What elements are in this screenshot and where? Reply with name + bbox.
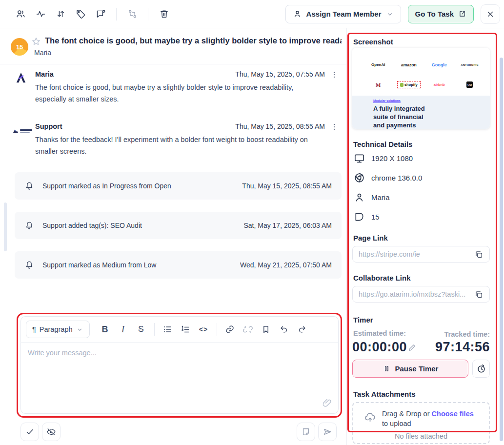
notes-button[interactable] — [297, 423, 315, 441]
undo-icon — [279, 324, 289, 334]
redo-icon — [297, 324, 307, 334]
user-value: Maria — [371, 193, 390, 202]
send-icon — [323, 427, 332, 437]
kebab-menu-icon — [330, 70, 339, 79]
resolve-button[interactable] — [20, 423, 39, 441]
external-link-icon — [458, 10, 466, 18]
delete-task-button[interactable] — [156, 6, 172, 22]
copy-icon — [474, 250, 484, 259]
task-title: The font choice is good, but maybe try a… — [45, 36, 342, 45]
eye-off-icon — [46, 427, 56, 437]
bullet-list-icon — [162, 324, 172, 334]
message-input[interactable]: Write your message... — [21, 343, 338, 414]
collaborate-link-title: Collaborate Link — [353, 274, 411, 282]
technical-details-title: Technical Details — [353, 140, 412, 148]
choose-files-link[interactable]: Choose files — [432, 410, 474, 418]
edit-estimated-time-button[interactable] — [407, 343, 417, 352]
activity-timestamp: Sat, May 17, 2025, 06:03 AM — [243, 222, 332, 229]
tracked-time-value: 97:14:56 — [435, 340, 490, 355]
screenshot-preview[interactable]: OpenAI amazon Google ANTHROPIC M shopify… — [352, 48, 490, 129]
merge-tasks-button[interactable] — [124, 6, 140, 22]
activity-text: Support added tag(s): SEO Audit — [42, 222, 243, 229]
sort-button[interactable] — [53, 6, 68, 22]
thread-scrollbar[interactable] — [4, 202, 7, 251]
logo-openai: OpenAI — [371, 62, 385, 67]
tech-browser-row: chrome 136.0.0 — [354, 172, 422, 183]
tech-resolution-row: 1920 X 1080 — [354, 153, 413, 164]
preview-link-text: Modular solutions — [373, 99, 485, 102]
strikethrough-button[interactable]: S — [133, 321, 150, 338]
logo-airbnb: airbnb — [434, 82, 445, 87]
unlink-button[interactable] — [240, 321, 257, 338]
page-link-field[interactable]: https://stripe.com/ie — [352, 246, 490, 263]
mountain-mark-icon — [13, 128, 19, 133]
send-message-button[interactable] — [318, 423, 337, 441]
chevron-down-icon — [386, 10, 394, 18]
estimated-time-value: 00:00:00 — [352, 340, 407, 355]
unlink-icon — [243, 324, 253, 334]
activity-row: Support marked as Medium from Low Wed, M… — [15, 251, 342, 279]
internal-note-visibility-button[interactable] — [42, 423, 60, 441]
editor-divider — [154, 323, 155, 336]
paperclip-icon — [322, 398, 332, 408]
tech-user-row: Maria — [354, 192, 390, 203]
kebab-menu-icon — [330, 122, 339, 131]
code-button[interactable]: <> — [195, 321, 212, 338]
comment-menu-button[interactable] — [329, 69, 340, 80]
person-icon — [354, 192, 365, 203]
comment-timestamp: Thu, May 15, 2025, 07:55 AM — [235, 70, 325, 78]
check-icon — [25, 427, 35, 437]
undo-button[interactable] — [276, 321, 293, 338]
copy-collaborate-link-button[interactable] — [474, 290, 484, 299]
sort-arrows-icon — [56, 9, 66, 19]
assign-team-member-label: Assign Team Member — [306, 10, 382, 18]
collaborate-link-url: https://go.atarim.io/mxtbsz?taski... — [359, 290, 470, 298]
bell-icon — [24, 181, 34, 191]
bullet-list-button[interactable] — [159, 321, 176, 338]
logo-uo: UO — [466, 81, 473, 88]
time-log-button[interactable] — [472, 360, 490, 378]
paragraph-style-dropdown[interactable]: ¶ Paragraph — [26, 321, 90, 338]
collaborate-link-field[interactable]: https://go.atarim.io/mxtbsz?taski... — [352, 286, 490, 303]
go-to-task-button[interactable]: Go To Task — [408, 5, 474, 23]
cloud-upload-icon — [364, 412, 376, 424]
close-icon — [486, 10, 495, 19]
ordered-list-button[interactable] — [177, 321, 194, 338]
pause-timer-button[interactable]: Pause Timer — [352, 360, 468, 378]
comment-flag-button[interactable] — [93, 6, 108, 22]
header-toolbar: Assign Team Member Go To Task — [0, 0, 504, 28]
activity-pulse-icon — [36, 9, 46, 19]
close-modal-button[interactable] — [481, 4, 500, 24]
bell-icon — [24, 221, 34, 230]
note-icon — [301, 427, 311, 437]
task-author: Maria — [34, 49, 51, 57]
resolution-value: 1920 X 1080 — [371, 154, 413, 162]
tags-button[interactable] — [73, 6, 88, 22]
redo-button[interactable] — [294, 321, 311, 338]
pause-timer-label: Pause Timer — [395, 364, 439, 373]
comment-timestamp: Thu, May 15, 2025, 08:55 AM — [235, 122, 325, 130]
assign-team-member-dropdown[interactable]: Assign Team Member — [285, 5, 401, 23]
attach-file-button[interactable] — [322, 398, 332, 408]
task-attachments-title: Task Attachments — [353, 390, 416, 398]
logo-google: Google — [432, 62, 447, 67]
activity-button[interactable] — [33, 6, 48, 22]
attachment-dropzone[interactable]: Drag & Drop or Choose files to upload No… — [352, 402, 490, 444]
favorite-star-button[interactable] — [31, 37, 41, 46]
copy-page-link-button[interactable] — [474, 250, 484, 259]
atarim-a-logo-icon — [15, 71, 27, 84]
italic-button[interactable]: I — [115, 321, 132, 338]
editor-toolbar: ¶ Paragraph B I S <> — [21, 317, 338, 343]
bold-button[interactable]: B — [97, 321, 114, 338]
comment-menu-button[interactable] — [329, 121, 340, 132]
link-button[interactable] — [222, 321, 239, 338]
bookmark-button[interactable] — [258, 321, 275, 338]
estimated-time-label: Estimated time: — [353, 329, 406, 337]
screenshot-logo-grid: OpenAI amazon Google ANTHROPIC M shopify… — [352, 48, 490, 96]
trash-icon — [159, 9, 169, 19]
dropzone-text: Drag & Drop or Choose files to upload — [382, 409, 475, 428]
logo-shopify-highlighted: shopify — [397, 81, 421, 88]
assignees-button[interactable] — [13, 6, 28, 22]
sidebar-scrollbar[interactable] — [500, 58, 503, 441]
logo-anthropic: ANTHROPIC — [461, 63, 479, 66]
